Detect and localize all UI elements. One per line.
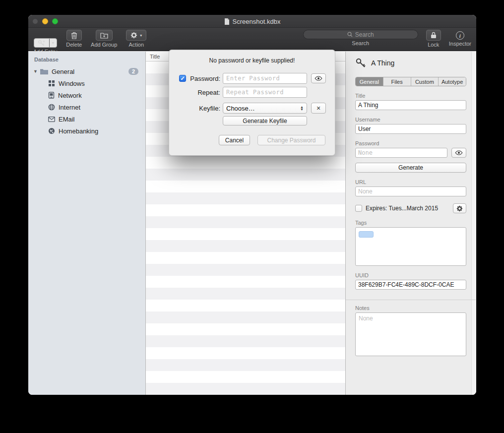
entry-header: A Thing <box>355 58 466 68</box>
change-password-button[interactable]: Change Password <box>257 135 325 145</box>
sidebar-item-email[interactable]: EMail <box>28 113 145 125</box>
key-icon <box>355 58 366 68</box>
search-input[interactable]: Search <box>303 30 418 39</box>
sidebar-item-label: EMail <box>59 116 75 123</box>
add-group-label: Add Group <box>91 42 117 48</box>
title-field[interactable] <box>355 100 466 110</box>
toolbar-item-inspector: i Inspector <box>449 30 471 47</box>
dialog-show-password-button[interactable] <box>311 73 326 83</box>
window-title-area: Screenshot.kdbx <box>28 15 476 28</box>
delete-button[interactable] <box>66 30 82 41</box>
sidebar-group-general[interactable]: ▼ General 2 <box>28 65 145 77</box>
tab-custom[interactable]: Custom <box>411 77 439 86</box>
toolbar-item-search: Search Search <box>303 30 418 46</box>
action-label: Action <box>129 42 144 48</box>
folder-icon <box>40 68 48 74</box>
search-icon <box>347 32 353 37</box>
envelope-icon <box>48 117 55 122</box>
coin-icon <box>48 127 55 134</box>
username-field-label: Username <box>355 117 466 123</box>
generate-password-button[interactable]: Generate <box>355 163 466 173</box>
entry-title: A Thing <box>371 59 394 67</box>
dialog-password-label: Password: <box>187 75 220 82</box>
search-label: Search <box>352 40 369 46</box>
lock-button[interactable] <box>426 30 441 41</box>
toolbar-item-delete: Delete <box>66 30 82 48</box>
toolbar-item-lock: Lock <box>426 30 441 48</box>
action-button[interactable]: ▾ <box>126 30 146 41</box>
expires-checkbox[interactable] <box>355 205 362 212</box>
password-field[interactable] <box>355 148 447 158</box>
sidebar-item-label: Homebanking <box>59 127 98 135</box>
trash-icon <box>71 32 77 39</box>
eye-icon <box>315 76 322 81</box>
sidebar-item-windows[interactable]: Windows <box>28 77 145 89</box>
dialog-password-input[interactable] <box>223 73 307 84</box>
cancel-button[interactable]: Cancel <box>219 135 250 145</box>
dialog-message: No password or keyfile supplied! <box>169 57 335 64</box>
toolbar-right-group: Search Search Lock i Inspector <box>303 30 471 48</box>
sidebar-section-header: Database <box>28 52 145 65</box>
password-field-label: Password <box>355 140 466 146</box>
add-entry-button[interactable]: ▾ <box>34 38 57 48</box>
app-window: Screenshot.kdbx ▾ Add Entry <box>28 15 476 395</box>
sidebar-item-label: Windows <box>59 80 85 87</box>
title-field-label: Title <box>355 93 466 99</box>
lock-label: Lock <box>428 42 439 48</box>
inspector-tabs: General Files Custom Autotype <box>355 77 466 86</box>
eye-icon <box>455 150 463 155</box>
close-x-icon: × <box>316 104 320 112</box>
toolbar-item-add-group: Add Group <box>91 30 117 48</box>
keyfile-clear-button[interactable]: × <box>311 103 326 114</box>
search-placeholder: Search <box>355 31 374 38</box>
tab-autotype[interactable]: Autotype <box>439 77 466 86</box>
toolbar-item-action: ▾ Action <box>126 30 146 48</box>
dialog-repeat-label: Repeat: <box>187 89 220 96</box>
titlebar[interactable]: Screenshot.kdbx <box>28 15 476 28</box>
add-entry-dropdown-arrow[interactable]: ▾ <box>49 39 57 47</box>
inspector-content: A Thing General Files Custom Autotype Ti… <box>355 52 466 356</box>
delete-label: Delete <box>66 42 82 48</box>
password-checkbox[interactable]: ✓ <box>179 75 186 82</box>
action-dropdown-arrow: ▾ <box>140 33 142 38</box>
password-row <box>355 148 466 158</box>
folder-plus-icon <box>100 32 108 39</box>
expires-date-button[interactable] <box>453 203 466 213</box>
sidebar-item-label: Network <box>58 92 82 99</box>
lock-icon <box>431 32 437 39</box>
tab-files[interactable]: Files <box>383 77 411 86</box>
add-group-button[interactable] <box>96 30 113 41</box>
network-icon <box>48 92 55 99</box>
username-field[interactable] <box>355 124 466 134</box>
key-plus-icon <box>34 39 49 47</box>
toolbar-item-add-entry: ▾ Add Entry <box>33 30 57 55</box>
sidebar-item-homebanking[interactable]: Homebanking <box>28 125 145 137</box>
inspector-icon[interactable]: i <box>456 31 464 40</box>
keyfile-popup[interactable]: Choose… ▲▼ <box>223 103 307 114</box>
popup-stepper-icon: ▲▼ <box>300 106 304 111</box>
inspector-label: Inspector <box>449 41 471 47</box>
show-password-button[interactable] <box>451 148 466 158</box>
tag-chip[interactable] <box>359 231 374 238</box>
sidebar-item-internet[interactable]: Internet <box>28 101 145 113</box>
url-field[interactable] <box>355 186 466 196</box>
sidebar: Database ▼ General 2 Windows <box>28 52 146 395</box>
generate-keyfile-button[interactable]: Generate Keyfile <box>223 116 307 125</box>
notes-placeholder: None <box>359 315 373 322</box>
entry-count-badge: 2 <box>128 68 138 75</box>
dialog-repeat-input[interactable] <box>223 87 307 98</box>
notes-label: Notes <box>355 305 466 311</box>
sidebar-group-label: General <box>52 68 74 75</box>
change-password-dialog: No password or keyfile supplied! ✓ Passw… <box>169 50 335 156</box>
desktop: Screenshot.kdbx ▾ Add Entry <box>0 0 504 433</box>
column-title[interactable]: Title <box>150 54 160 60</box>
sidebar-item-network[interactable]: Network <box>28 89 145 101</box>
uuid-field[interactable] <box>355 280 466 290</box>
notes-field[interactable]: None <box>355 312 466 356</box>
disclosure-triangle-icon[interactable]: ▼ <box>33 69 40 74</box>
tab-general[interactable]: General <box>356 77 383 86</box>
inspector-divider <box>346 300 476 300</box>
tags-field[interactable] <box>355 227 466 266</box>
inspector-scrollbar[interactable] <box>471 52 476 395</box>
uuid-label: UUID <box>355 272 466 278</box>
